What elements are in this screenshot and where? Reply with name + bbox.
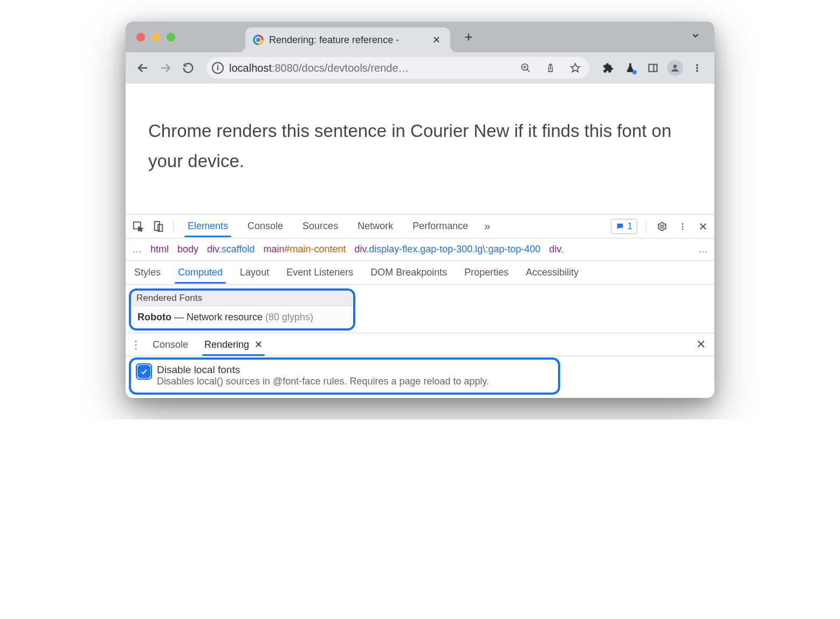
zoom-icon[interactable] bbox=[517, 59, 534, 77]
crumb-div-flex[interactable]: div.display-flex.gap-top-300.lg\:gap-top… bbox=[355, 244, 541, 255]
labs-flask-icon[interactable] bbox=[622, 59, 639, 77]
option-description: Disables local() sources in @font-face r… bbox=[157, 376, 489, 387]
rendered-fonts-section: Rendered Fonts Roboto — Network resource… bbox=[129, 288, 355, 331]
close-drawer-tab-icon[interactable]: ✕ bbox=[254, 339, 263, 350]
rendered-font-name: Roboto bbox=[137, 312, 171, 322]
rendered-fonts-heading: Rendered Fonts bbox=[131, 291, 353, 306]
svg-point-17 bbox=[682, 223, 684, 225]
more-tabs-icon[interactable]: » bbox=[480, 220, 494, 232]
crumb-main[interactable]: main#main-content bbox=[263, 244, 346, 255]
reload-button[interactable] bbox=[180, 59, 197, 77]
window-controls bbox=[136, 33, 175, 42]
address-bar[interactable]: i localhost:8080/docs/devtools/rende… bbox=[206, 57, 589, 79]
svg-marker-6 bbox=[571, 64, 580, 72]
subtab-accessibility[interactable]: Accessibility bbox=[525, 263, 580, 283]
settings-gear-icon[interactable] bbox=[655, 219, 669, 233]
subtab-styles[interactable]: Styles bbox=[133, 263, 162, 283]
rendered-font-source: Network resource bbox=[187, 312, 265, 322]
subtab-event-listeners[interactable]: Event Listeners bbox=[285, 263, 354, 283]
svg-point-9 bbox=[673, 65, 677, 68]
crumb-body[interactable]: body bbox=[177, 244, 198, 255]
page-sentence: Chrome renders this sentence in Courier … bbox=[148, 121, 671, 171]
minimize-window-button[interactable] bbox=[152, 33, 160, 42]
subtab-computed[interactable]: Computed bbox=[177, 263, 224, 283]
rendered-font-glyphs: (80 glyphs) bbox=[265, 312, 313, 322]
devtools-menu-icon[interactable] bbox=[676, 219, 690, 233]
subtab-properties[interactable]: Properties bbox=[463, 263, 509, 283]
tabs-dropdown-icon[interactable] bbox=[691, 31, 700, 43]
maximize-window-button[interactable] bbox=[167, 33, 175, 42]
back-button[interactable] bbox=[134, 59, 152, 77]
svg-point-18 bbox=[682, 225, 684, 227]
tab-strip: Rendering: feature reference - ✕ + bbox=[126, 22, 714, 52]
site-info-icon[interactable]: i bbox=[212, 62, 224, 74]
tab-title: Rendering: feature reference - bbox=[269, 35, 425, 46]
disable-local-fonts-row[interactable]: Disable local fonts Disables local() sou… bbox=[131, 360, 558, 393]
crumb-div-end[interactable]: div. bbox=[549, 244, 563, 255]
svg-point-19 bbox=[682, 228, 684, 230]
tab-sources[interactable]: Sources bbox=[295, 216, 346, 236]
inspect-element-icon[interactable] bbox=[130, 218, 146, 235]
close-tab-button[interactable]: ✕ bbox=[430, 34, 443, 46]
device-toolbar-icon[interactable] bbox=[150, 218, 167, 235]
dom-breadcrumbs[interactable]: … html body div.scaffold main#main-conte… bbox=[126, 238, 714, 261]
rendered-fonts-row: Roboto — Network resource (80 glyphs) bbox=[131, 306, 353, 328]
devtools-panel: Elements Console Sources Network Perform… bbox=[126, 214, 714, 395]
side-panel-icon[interactable] bbox=[644, 59, 662, 77]
breadcrumb-ellipsis[interactable]: … bbox=[132, 244, 142, 255]
elements-subtabs: Styles Computed Layout Event Listeners D… bbox=[126, 261, 714, 285]
tab-performance[interactable]: Performance bbox=[405, 216, 476, 236]
forward-button[interactable] bbox=[157, 59, 174, 77]
drawer-tabbar: ⋮ Console Rendering✕ ✕ bbox=[126, 333, 714, 356]
bookmark-star-icon[interactable] bbox=[567, 59, 584, 77]
close-devtools-button[interactable] bbox=[696, 219, 710, 233]
page-content: Chrome renders this sentence in Courier … bbox=[126, 84, 714, 214]
url-text: localhost:8080/docs/devtools/rende… bbox=[229, 62, 409, 74]
issues-badge[interactable]: 1 bbox=[611, 219, 637, 234]
svg-point-16 bbox=[661, 225, 664, 228]
breadcrumb-more-icon[interactable]: … bbox=[698, 244, 708, 255]
svg-rect-7 bbox=[649, 64, 657, 71]
tab-elements[interactable]: Elements bbox=[180, 216, 236, 236]
menu-dots-icon[interactable] bbox=[688, 59, 706, 77]
svg-rect-14 bbox=[155, 222, 160, 231]
devtools-tabbar: Elements Console Sources Network Perform… bbox=[126, 215, 714, 238]
svg-point-12 bbox=[697, 70, 698, 72]
close-drawer-button[interactable]: ✕ bbox=[696, 338, 710, 352]
rendering-option-highlight: Disable local fonts Disables local() sou… bbox=[129, 357, 560, 395]
toolbar: i localhost:8080/docs/devtools/rende… bbox=[126, 52, 714, 84]
chrome-favicon-icon bbox=[253, 35, 264, 45]
browser-tab[interactable]: Rendering: feature reference - ✕ bbox=[245, 27, 450, 52]
browser-window: Rendering: feature reference - ✕ + i loc… bbox=[126, 22, 714, 398]
disable-local-fonts-checkbox[interactable] bbox=[137, 365, 150, 378]
svg-line-3 bbox=[527, 70, 530, 72]
subtab-dom-breakpoints[interactable]: DOM Breakpoints bbox=[369, 263, 448, 283]
svg-point-10 bbox=[697, 64, 698, 66]
profile-avatar[interactable] bbox=[667, 60, 683, 76]
share-icon[interactable] bbox=[542, 59, 559, 77]
tab-console[interactable]: Console bbox=[240, 216, 291, 236]
new-tab-button[interactable]: + bbox=[458, 29, 479, 45]
subtab-layout[interactable]: Layout bbox=[239, 263, 270, 283]
crumb-html[interactable]: html bbox=[150, 244, 169, 255]
drawer-menu-icon[interactable]: ⋮ bbox=[130, 338, 142, 351]
option-title: Disable local fonts bbox=[157, 364, 489, 376]
drawer-tab-console[interactable]: Console bbox=[147, 335, 194, 355]
drawer-tab-rendering[interactable]: Rendering✕ bbox=[199, 334, 268, 355]
tab-network[interactable]: Network bbox=[350, 216, 401, 236]
extensions-icon[interactable] bbox=[599, 59, 616, 77]
crumb-div-scaffold[interactable]: div.scaffold bbox=[207, 244, 254, 255]
close-window-button[interactable] bbox=[136, 33, 145, 42]
svg-point-11 bbox=[697, 67, 698, 69]
